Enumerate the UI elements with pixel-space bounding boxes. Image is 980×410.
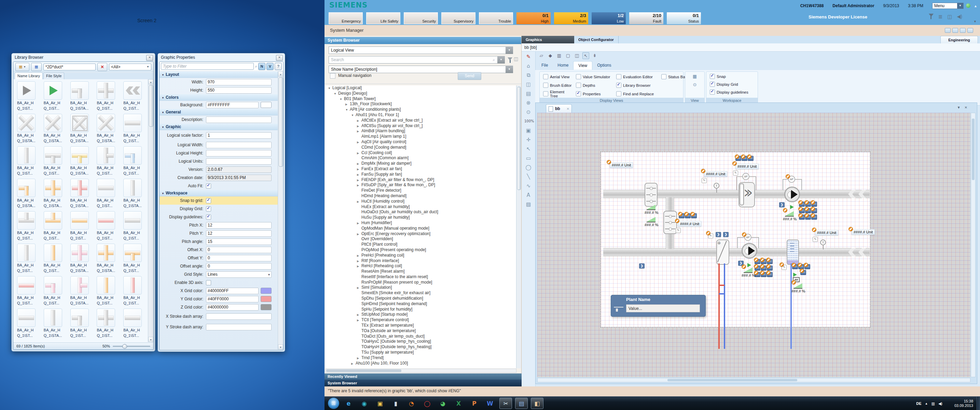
library-filter-select[interactable]: <All>▼: [109, 64, 151, 70]
expander-open-icon[interactable]: ▼: [334, 91, 338, 97]
color-swatch[interactable]: [261, 288, 272, 294]
edit-pencil-icon[interactable]: ✎: [676, 228, 681, 233]
layout-4-icon[interactable]: [967, 28, 973, 33]
tab-engineering[interactable]: Engineering: [940, 36, 978, 43]
library-item[interactable]: BA_Air_HQ_1\ST...: [94, 276, 121, 308]
expander-closed-icon[interactable]: ▶: [357, 232, 361, 237]
tree-item[interactable]: ▶FilSuDP [Sply_air filter & flow mon_, D…: [325, 182, 517, 188]
tree-item[interactable]: ▼APlt [Air conditioning plants]: [325, 107, 517, 112]
taskbar-icon-folder-explorer[interactable]: ▣: [374, 398, 386, 409]
damper-symbol[interactable]: [663, 211, 677, 234]
scroll-up-icon[interactable]: ▲: [278, 72, 283, 77]
fit-view-icon[interactable]: ▣: [524, 126, 533, 135]
tab-name-library[interactable]: Name Library: [15, 72, 43, 79]
expander-closed-icon[interactable]: ▶: [357, 318, 361, 323]
library-item[interactable]: BA_Air_HQ_1\ST...: [68, 308, 94, 340]
library-search-input[interactable]: *2D*duct*: [43, 64, 95, 70]
collapse-icon[interactable]: ▼: [957, 105, 961, 109]
color-swatch[interactable]: [261, 296, 272, 302]
library-item[interactable]: BA_Air_HQ_1\STA...: [68, 146, 94, 178]
tree-item[interactable]: ▶AqCtl [Air quality control]: [325, 139, 517, 145]
property-field[interactable]: 0: [206, 255, 272, 262]
ribbon-option-display-guidelines[interactable]: Display guidelines: [707, 89, 748, 95]
import-document-icon[interactable]: ▥: [556, 52, 563, 59]
expander-closed-icon[interactable]: ▶: [357, 253, 361, 258]
command-prompt-tile[interactable]: ❯: [716, 232, 721, 237]
ellipse-tool-icon[interactable]: ◯: [524, 163, 533, 172]
checkbox[interactable]: [616, 83, 621, 88]
taskbar-clock[interactable]: 15:38 03.09.2013: [955, 397, 973, 410]
taskbar-icon-firefox[interactable]: ◔: [405, 398, 418, 409]
manual-navigation-checkbox[interactable]: [330, 73, 336, 78]
ribbon-option-element-tree[interactable]: Element Tree: [540, 90, 573, 98]
ribbon-option-brush-editor[interactable]: Brush Editor: [540, 83, 573, 88]
taskbar-icon-opera[interactable]: ◯: [421, 398, 433, 409]
expander-closed-icon[interactable]: ▶: [357, 151, 361, 156]
library-item[interactable]: BA_Air_HQ_1\ST...: [41, 276, 68, 308]
send-button[interactable]: Send: [458, 72, 481, 80]
library-item[interactable]: BA_Air_HQ_1\ST...: [14, 244, 41, 275]
taskbar-icon-media-player[interactable]: ◉: [358, 398, 371, 409]
library-item[interactable]: BA_Air_HQ_1\STA...: [68, 114, 94, 145]
checkbox[interactable]: [576, 74, 581, 79]
checkbox[interactable]: [616, 91, 621, 96]
menu-dropdown[interactable]: Menu▼: [932, 3, 964, 9]
library-scrollbar[interactable]: ▲ ▼: [148, 79, 153, 342]
property-checkbox[interactable]: [206, 198, 211, 203]
scroll-up-icon[interactable]: ▲: [148, 79, 153, 85]
brush-tool-icon[interactable]: ✎: [524, 53, 533, 61]
layout-2-icon[interactable]: [952, 28, 958, 33]
ribbon-tab-home[interactable]: Home: [553, 61, 573, 70]
library-zoom-slider[interactable]: [113, 346, 150, 347]
value-unit-label[interactable]: ####.# Unit: [610, 162, 633, 168]
property-field[interactable]: 15: [206, 238, 272, 245]
library-item[interactable]: BA_Air_HQ_1\ST...: [94, 308, 121, 340]
tree-horizontal-scrollbar[interactable]: [325, 369, 517, 373]
speaker-icon[interactable]: ◀): [957, 14, 962, 20]
property-field[interactable]: [206, 313, 272, 320]
library-item[interactable]: BA_Air_HQ_1\STA...: [68, 81, 94, 113]
edit-pencil-icon[interactable]: ✎: [733, 171, 738, 175]
command-prompt-tile[interactable]: ❯: [779, 202, 784, 207]
alarm-button-status[interactable]: 0/1Status: [667, 12, 701, 24]
tree-item[interactable]: TSu [Supply air temperature]: [325, 350, 517, 355]
percentage-ramp-icon[interactable]: [647, 217, 655, 222]
section-header-layout[interactable]: ▼Layout: [159, 72, 278, 78]
expander-closed-icon[interactable]: ▶: [357, 183, 361, 188]
humidifier-symbol[interactable]: [787, 239, 799, 265]
tab-graphics[interactable]: Graphics: [522, 36, 574, 43]
ribbon-option-status-bar[interactable]: Status Bar: [659, 74, 688, 79]
taskbar-icon-powerpoint[interactable]: P: [468, 398, 480, 409]
canvas-hscrollbar[interactable]: [537, 378, 970, 382]
tree-item[interactable]: PrOpMod [Present operating mode]: [325, 247, 517, 253]
save-icon[interactable]: ◫: [574, 52, 580, 59]
speaker-icon[interactable]: ◀): [938, 402, 942, 406]
alarm-button-supervisory[interactable]: Supervisory: [441, 12, 476, 24]
tree-item[interactable]: TOaHysC [Outside temp_hys_cooling]: [325, 339, 517, 345]
event-list-icon[interactable]: ≣: [938, 14, 943, 20]
taskbar-icon-snipping-tool[interactable]: ✂: [500, 398, 512, 409]
close-icon[interactable]: ✕: [965, 105, 967, 109]
view-selector[interactable]: Logical View▼: [329, 46, 513, 54]
expander-closed-icon[interactable]: ▶: [357, 264, 361, 269]
tree-item[interactable]: ▶OptErc [Energy recovery optimization]: [325, 231, 517, 237]
library-item[interactable]: BA_Air_HQ_1\STA...: [68, 244, 94, 275]
recently-viewed-bar[interactable]: Recently Viewed: [325, 373, 522, 380]
property-checkbox[interactable]: [206, 215, 211, 220]
property-field[interactable]: [206, 158, 272, 165]
expander-open-icon[interactable]: ▼: [351, 113, 356, 118]
library-item[interactable]: BA_Air_HQ_1\ST...: [94, 146, 121, 178]
property-field[interactable]: [206, 150, 272, 156]
plant-value-field[interactable]: Value...: [626, 305, 700, 312]
tree-item[interactable]: ▼Desigo [Desigo]: [325, 91, 517, 96]
rectangle-tool-icon[interactable]: ▭: [524, 154, 533, 162]
tree-scrollbar[interactable]: [516, 85, 521, 369]
close-document-icon[interactable]: ⊗: [524, 99, 533, 107]
library-close-button[interactable]: ✕: [146, 55, 153, 61]
library-item[interactable]: BA_Air_HQ_1\STA...: [68, 276, 94, 308]
checkbox[interactable]: [710, 74, 715, 79]
library-item[interactable]: BA_Air_HQ_1\ST...: [94, 179, 121, 210]
expander-closed-icon[interactable]: ▶: [357, 285, 361, 291]
property-field[interactable]: 1: [206, 132, 272, 139]
tree-item[interactable]: RsnPrOpM [Reason present op_mode]: [325, 280, 517, 285]
